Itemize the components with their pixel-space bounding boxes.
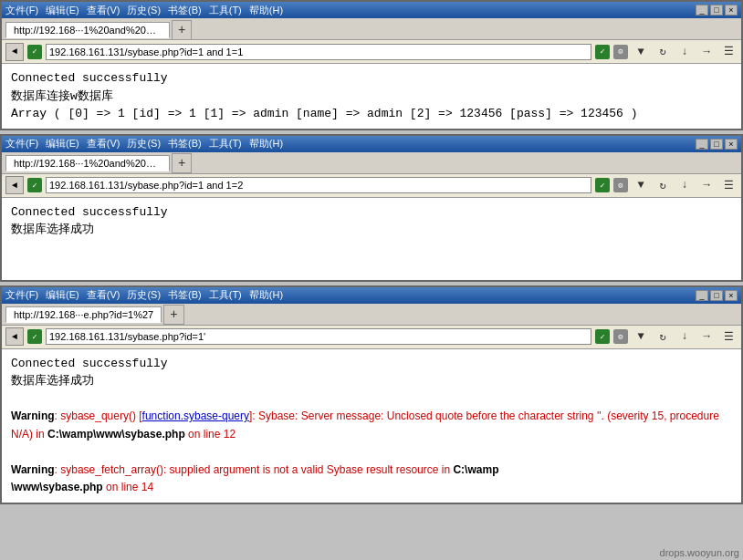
warning-1: Warning: sybase_query() [function.sybase… [11, 408, 732, 443]
warning-path-1: C:\wamp\www\sybase.php [47, 428, 185, 441]
title-bar-2: 文件(F) 编辑(E) 查看(V) 历史(S) 书签(B) 工具(T) 帮助(H… [2, 136, 741, 152]
gear-icon-2: ⚙ [613, 178, 628, 192]
maximize-button-3[interactable]: □ [710, 290, 723, 301]
browser-window-2: 文件(F) 编辑(E) 查看(V) 历史(S) 书签(B) 工具(T) 帮助(H… [0, 134, 743, 282]
active-tab-3[interactable]: http://192.168···e.php?id=1%27 [5, 306, 162, 323]
menu-file-1[interactable]: 文件(F) [5, 4, 38, 17]
address-input-3[interactable] [46, 328, 591, 345]
content-area-1: Connected successfully 数据库连接w数据库 Array (… [2, 64, 741, 129]
active-tab-2[interactable]: http://192.168···1%20and%201=2 [5, 155, 170, 171]
menu-view-3[interactable]: 查看(V) [87, 288, 120, 302]
active-tab-1[interactable]: http://192.168···1%20and%201=1 [5, 22, 170, 38]
dropdown-icon-1[interactable]: ▼ [632, 43, 650, 61]
menu-bar-3: 文件(F) 编辑(E) 查看(V) 历史(S) 书签(B) 工具(T) 帮助(H… [5, 288, 283, 302]
browser-window-1: 文件(F) 编辑(E) 查看(V) 历史(S) 书签(B) 工具(T) 帮助(H… [0, 0, 743, 130]
window-controls-2: _ □ × [696, 139, 738, 150]
refresh-icon-1[interactable]: ↻ [654, 43, 672, 61]
menu-history-1[interactable]: 历史(S) [127, 4, 161, 17]
address-bar-2: ◄ ✓ ✓ ⚙ ▼ ↻ ↓ → ☰ [2, 174, 741, 198]
menu-bookmarks-2[interactable]: 书签(B) [168, 137, 202, 150]
gear-icon-3: ⚙ [613, 329, 628, 344]
refresh-icon-3[interactable]: ↻ [654, 327, 672, 346]
download-icon-1[interactable]: ↓ [675, 43, 694, 61]
back-button-1[interactable]: ◄ [5, 43, 24, 61]
warning-link-1[interactable]: function.sybase-query [142, 410, 249, 422]
warning-2: Warning: sybase_fetch_array(): supplied … [11, 461, 732, 497]
menu-icon-1[interactable]: ☰ [719, 43, 738, 61]
forward-icon-3[interactable]: → [697, 327, 716, 346]
address-bar-3: ◄ ✓ ✓ ⚙ ▼ ↻ ↓ → ☰ [2, 326, 741, 349]
content-line-2-0: Connected successfully [11, 203, 732, 222]
menu-history-2[interactable]: 历史(S) [127, 137, 161, 150]
download-icon-2[interactable]: ↓ [675, 176, 694, 194]
menu-edit-2[interactable]: 编辑(E) [46, 137, 79, 150]
menu-edit-3[interactable]: 编辑(E) [46, 288, 79, 302]
maximize-button-2[interactable]: □ [710, 139, 723, 150]
menu-icon-2[interactable]: ☰ [719, 176, 738, 194]
forward-icon-1[interactable]: → [697, 43, 716, 61]
menu-edit-1[interactable]: 编辑(E) [46, 4, 79, 17]
menu-view-2[interactable]: 查看(V) [87, 137, 120, 150]
warning-line-2: on line 14 [103, 481, 153, 493]
content-spacer-3b [11, 443, 732, 461]
menu-tools-3[interactable]: 工具(T) [209, 288, 242, 302]
address-input-2[interactable] [46, 177, 591, 193]
content-line-3-0: Connected successfully [11, 355, 732, 373]
new-tab-button-1[interactable]: + [172, 20, 192, 40]
menu-help-2[interactable]: 帮助(H) [249, 137, 283, 150]
minimize-button-1[interactable]: _ [696, 5, 708, 16]
menu-file-3[interactable]: 文件(F) [5, 288, 38, 302]
shield-icon-3: ✓ [595, 329, 610, 344]
security-shield-icon-2: ✓ [27, 178, 42, 192]
address-input-1[interactable] [46, 44, 591, 60]
content-area-3: Connected successfully 数据库选择成功 Warning: … [2, 349, 741, 503]
content-line-1-2: Array ( [0] => 1 [id] => 1 [1] => admin … [11, 105, 732, 123]
warning-text-before-2: : sybase_fetch_array(): supplied argumen… [55, 463, 454, 476]
minimize-button-2[interactable]: _ [696, 139, 708, 150]
title-bar-3: 文件(F) 编辑(E) 查看(V) 历史(S) 书签(B) 工具(T) 帮助(H… [2, 287, 741, 304]
close-button-3[interactable]: × [725, 290, 738, 301]
gear-icon-1: ⚙ [613, 45, 628, 59]
tab-bar-1: http://192.168···1%20and%201=1 + [2, 18, 741, 40]
menu-help-1[interactable]: 帮助(H) [249, 4, 283, 17]
back-button-2[interactable]: ◄ [5, 176, 24, 194]
menu-icon-3[interactable]: ☰ [719, 327, 738, 346]
forward-icon-2[interactable]: → [697, 176, 716, 194]
title-bar-1: 文件(F) 编辑(E) 查看(V) 历史(S) 书签(B) 工具(T) 帮助(H… [2, 2, 741, 18]
maximize-button-1[interactable]: □ [710, 5, 723, 16]
menu-bar-1: 文件(F) 编辑(E) 查看(V) 历史(S) 书签(B) 工具(T) 帮助(H… [5, 4, 283, 17]
browser-window-3: 文件(F) 编辑(E) 查看(V) 历史(S) 书签(B) 工具(T) 帮助(H… [0, 285, 743, 504]
dropdown-icon-3[interactable]: ▼ [632, 327, 650, 346]
menu-help-3[interactable]: 帮助(H) [249, 288, 283, 302]
new-tab-button-3[interactable]: + [163, 305, 183, 325]
menu-tools-2[interactable]: 工具(T) [209, 137, 242, 150]
content-spacer-2b [11, 256, 732, 275]
content-spacer-3 [11, 390, 732, 409]
security-shield-icon-1: ✓ [27, 45, 42, 59]
close-button-1[interactable]: × [725, 5, 738, 16]
shield-icon-2: ✓ [595, 178, 610, 192]
window-controls-1: _ □ × [696, 5, 738, 16]
warning-line-1: on line 12 [185, 428, 235, 441]
tab-bar-2: http://192.168···1%20and%201=2 + [2, 152, 741, 174]
menu-tools-1[interactable]: 工具(T) [209, 4, 242, 17]
back-button-3[interactable]: ◄ [5, 327, 24, 346]
menu-view-1[interactable]: 查看(V) [87, 4, 120, 17]
menu-bookmarks-3[interactable]: 书签(B) [168, 288, 202, 302]
dropdown-icon-2[interactable]: ▼ [632, 176, 650, 194]
content-line-1-0: Connected successfully [11, 69, 732, 88]
close-button-2[interactable]: × [725, 139, 738, 150]
new-tab-button-2[interactable]: + [172, 153, 192, 173]
shield-icon-1: ✓ [595, 45, 610, 59]
content-line-3-1: 数据库选择成功 [11, 372, 732, 390]
warning-label-1: Warning [11, 410, 55, 422]
download-icon-3[interactable]: ↓ [675, 327, 694, 346]
refresh-icon-2[interactable]: ↻ [654, 176, 672, 194]
minimize-button-3[interactable]: _ [696, 290, 708, 301]
warning-text-before-1: : sybase_query() [ [55, 410, 142, 422]
menu-file-2[interactable]: 文件(F) [5, 137, 38, 150]
content-line-1-1: 数据库连接w数据库 [11, 88, 732, 106]
address-bar-1: ◄ ✓ ✓ ⚙ ▼ ↻ ↓ → ☰ [2, 40, 741, 64]
menu-bookmarks-1[interactable]: 书签(B) [168, 4, 202, 17]
menu-history-3[interactable]: 历史(S) [127, 288, 161, 302]
